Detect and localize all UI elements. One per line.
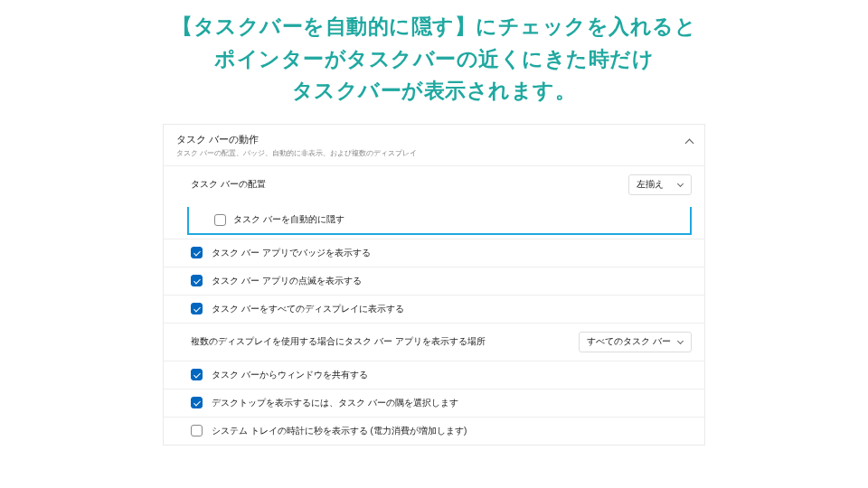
- select-corner-checkbox[interactable]: [191, 397, 203, 408]
- show-flashing-row[interactable]: タスク バー アプリの点滅を表示する: [164, 267, 704, 295]
- show-seconds-checkbox[interactable]: [191, 425, 203, 436]
- auto-hide-label: タスク バーを自動的に隠す: [233, 213, 344, 226]
- section-title: タスク バーの動作: [176, 134, 692, 146]
- show-all-displays-checkbox[interactable]: [191, 303, 203, 314]
- select-corner-label: デスクトップを表示するには、タスク バーの隅を選択します: [212, 397, 458, 409]
- section-header[interactable]: タスク バーの動作 タスク バーの配置、バッジ、自動的に非表示、および複数のディ…: [164, 125, 704, 165]
- show-seconds-label: システム トレイの時計に秒を表示する (電力消費が増加します): [212, 425, 467, 437]
- multi-display-dropdown[interactable]: すべてのタスク バー: [579, 332, 692, 352]
- show-flashing-label: タスク バー アプリの点滅を表示する: [212, 275, 362, 287]
- show-all-displays-label: タスク バーをすべてのディスプレイに表示する: [212, 303, 404, 315]
- alignment-label: タスク バーの配置: [191, 178, 628, 191]
- chevron-up-icon: [684, 137, 693, 146]
- instruction-line1: 【タスクバーを自動的に隠す】にチェックを入れると: [172, 14, 696, 38]
- alignment-dropdown[interactable]: 左揃え: [628, 174, 692, 195]
- multi-display-value: すべてのタスク バー: [587, 336, 671, 348]
- auto-hide-checkbox[interactable]: [214, 214, 226, 226]
- auto-hide-row[interactable]: タスク バーを自動的に隠す: [187, 207, 692, 235]
- instruction-line2: ポインターがタスクバーの近くにきた時だけ: [214, 47, 654, 70]
- chevron-down-icon: [678, 182, 684, 187]
- select-corner-row[interactable]: デスクトップを表示するには、タスク バーの隅を選択します: [164, 389, 704, 417]
- show-badges-row[interactable]: タスク バー アプリでバッジを表示する: [164, 239, 704, 267]
- alignment-value: 左揃え: [637, 179, 664, 191]
- share-window-row[interactable]: タスク バーからウィンドウを共有する: [164, 361, 704, 389]
- share-window-checkbox[interactable]: [191, 369, 203, 380]
- show-all-displays-row[interactable]: タスク バーをすべてのディスプレイに表示する: [164, 295, 704, 323]
- multi-display-row: 複数のディスプレイを使用する場合にタスク バー アプリを表示する場所 すべてのタ…: [164, 323, 704, 361]
- show-seconds-row[interactable]: システム トレイの時計に秒を表示する (電力消費が増加します): [164, 417, 704, 445]
- show-badges-label: タスク バー アプリでバッジを表示する: [212, 247, 371, 259]
- share-window-label: タスク バーからウィンドウを共有する: [212, 369, 368, 381]
- taskbar-behavior-panel: タスク バーの動作 タスク バーの配置、バッジ、自動的に非表示、および複数のディ…: [163, 124, 705, 446]
- instruction-text: 【タスクバーを自動的に隠す】にチェックを入れると ポインターがタスクバーの近くに…: [0, 0, 868, 124]
- multi-display-label: 複数のディスプレイを使用する場合にタスク バー アプリを表示する場所: [191, 335, 579, 348]
- show-flashing-checkbox[interactable]: [191, 275, 203, 286]
- alignment-row: タスク バーの配置 左揃え: [164, 165, 704, 203]
- instruction-line3: タスクバーが表示されます。: [292, 79, 577, 102]
- chevron-down-icon: [678, 339, 684, 344]
- section-subtitle: タスク バーの配置、バッジ、自動的に非表示、および複数のディスプレイ: [176, 148, 692, 158]
- show-badges-checkbox[interactable]: [191, 247, 203, 258]
